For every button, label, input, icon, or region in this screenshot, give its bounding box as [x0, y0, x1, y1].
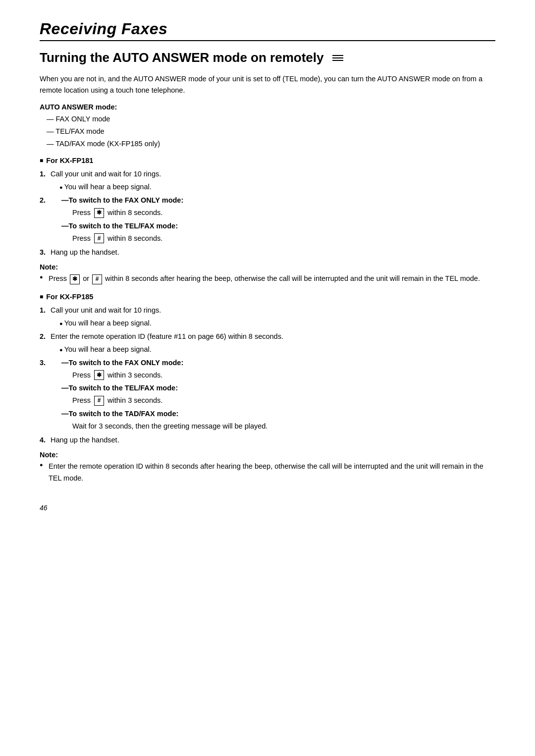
page-number: 46	[40, 504, 495, 512]
bullet-item: You will hear a beep signal.	[59, 344, 495, 355]
fp181-step-2: 2. —To switch to the FAX ONLY mode: Pres…	[40, 195, 495, 244]
fp181-steps: 1. Call your unit and wait for 10 rings.…	[40, 168, 495, 258]
key-hash-fp181-tel: #	[94, 233, 104, 243]
fp185-wait-text: Wait for 3 seconds, then the greeting me…	[61, 420, 495, 432]
fp185-step-4: 4. Hang up the handset.	[40, 434, 495, 446]
key-star-note-fp181: ✱	[70, 274, 80, 284]
intro-paragraph: When you are not in, and the AUTO ANSWER…	[40, 73, 495, 96]
fp181-step-1: 1. Call your unit and wait for 10 rings.…	[40, 168, 495, 193]
section-title-text: Turning the AUTO ANSWER mode on remotely	[40, 50, 323, 65]
fp181-switch-fax-only: —To switch to the FAX ONLY mode: Press ✱…	[51, 195, 495, 219]
bullet-item: You will hear a beep signal.	[59, 318, 495, 329]
fp185-switch-fax-only: —To switch to the FAX ONLY mode: Press ✱…	[51, 357, 495, 381]
auto-answer-label: AUTO ANSWER mode:	[40, 103, 495, 111]
fp185-step-1: 1. Call your unit and wait for 10 rings.…	[40, 305, 495, 329]
section-title-icon	[332, 55, 343, 61]
fp185-note-item: Enter the remote operation ID within 8 s…	[40, 461, 495, 484]
fp185-switch-tad-fax: —To switch to the TAD/FAX mode: Wait for…	[51, 408, 495, 432]
page-header: Receiving Faxes	[40, 20, 495, 41]
key-hash-note-fp181: #	[92, 274, 102, 284]
fp181-header: For KX-FP181	[40, 157, 495, 164]
fp181-switch-tel-fax: —To switch to the TEL/FAX mode: Press # …	[51, 220, 495, 245]
fp185-header: For KX-FP185	[40, 293, 495, 301]
auto-answer-mode-list: FAX ONLY mode TEL/FAX mode TAD/FAX mode …	[40, 113, 495, 150]
fp185-step1-bullets: You will hear a beep signal.	[51, 318, 495, 329]
key-hash-fp185-tel: #	[94, 396, 104, 406]
fp185-switch-tel-fax: —To switch to the TEL/FAX mode: Press # …	[51, 382, 495, 407]
fp181-note-title: Note:	[40, 263, 495, 271]
fp185-step2-bullets: You will hear a beep signal.	[51, 344, 495, 355]
fp185-step-2: 2. Enter the remote operation ID (featur…	[40, 331, 495, 355]
fp181-note-item: Press ✱ or # within 8 seconds after hear…	[40, 273, 495, 284]
fp185-step-3: 3. —To switch to the FAX ONLY mode: Pres…	[40, 357, 495, 432]
fp181-step-3: 3. Hang up the handset.	[40, 247, 495, 259]
list-item: TAD/FAX mode (KX-FP185 only)	[47, 138, 495, 150]
fp185-note-title: Note:	[40, 451, 495, 459]
key-star-fp185-fax: ✱	[94, 370, 104, 380]
fp181-step1-bullets: You will hear a beep signal.	[51, 181, 495, 193]
key-star-fp181-fax: ✱	[94, 208, 104, 218]
list-item: TEL/FAX mode	[47, 125, 495, 138]
fp185-steps: 1. Call your unit and wait for 10 rings.…	[40, 305, 495, 446]
section-title: Turning the AUTO ANSWER mode on remotely	[40, 50, 495, 65]
list-item: FAX ONLY mode	[47, 113, 495, 125]
bullet-item: You will hear a beep signal.	[59, 181, 495, 193]
fp181-note: Note: Press ✱ or # within 8 seconds afte…	[40, 263, 495, 284]
fp185-note: Note: Enter the remote operation ID with…	[40, 451, 495, 484]
page-title: Receiving Faxes	[40, 20, 495, 38]
